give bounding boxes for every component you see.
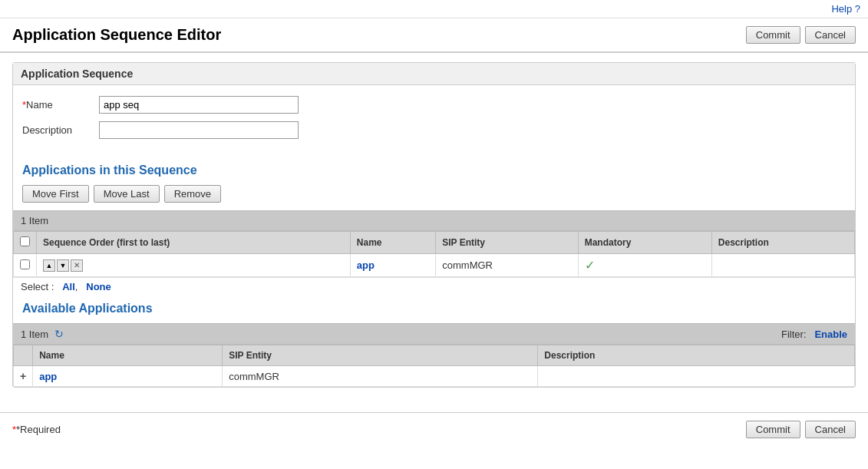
app-sequence-header: Application Sequence [13, 63, 855, 85]
header-mandatory: Mandatory [578, 232, 711, 254]
description-label: Description [22, 124, 99, 136]
available-apps-subtitle: Available Applications [13, 302, 855, 315]
app-sequence-body: *Name Description [13, 85, 855, 157]
required-star-name: * [22, 99, 26, 111]
action-buttons: Move First Move Last Remove [13, 185, 855, 210]
top-bar: Help ? [0, 0, 868, 18]
commit-button-bottom[interactable]: Commit [746, 421, 800, 438]
avail-add-cell: + [14, 366, 33, 387]
row-description-cell [711, 254, 854, 277]
select-all-checkbox[interactable] [20, 236, 30, 246]
sequence-subtitle: Applications in this Sequence [13, 163, 855, 177]
refresh-icon[interactable]: ↻ [54, 328, 64, 340]
sequence-table: Sequence Order (first to last) Name SIP … [13, 231, 855, 277]
page-title: Application Sequence Editor [12, 26, 221, 44]
name-label: *Name [22, 99, 99, 111]
avail-header-row: Name SIP Entity Description [14, 345, 855, 366]
commit-button-top[interactable]: Commit [746, 26, 800, 44]
row-name-cell: app [350, 254, 435, 277]
filter-enable-link[interactable]: Enable [814, 329, 847, 340]
filter-bar: 1 Item ↻ Filter: Enable [13, 323, 855, 345]
row-sip-entity-cell: commMGR [436, 254, 578, 277]
move-last-button[interactable]: Move Last [94, 185, 160, 203]
page-header: Application Sequence Editor Commit Cance… [0, 18, 868, 53]
header-buttons: Commit Cancel [746, 26, 856, 44]
avail-name-link[interactable]: app [39, 371, 57, 382]
remove-button[interactable]: Remove [164, 185, 221, 203]
header-checkbox-cell [14, 232, 37, 254]
row-mandatory-cell: ✓ [578, 254, 711, 277]
available-table: Name SIP Entity Description + app commMG… [13, 345, 855, 387]
footer-buttons: Commit Cancel [746, 421, 856, 438]
help-link[interactable]: Help ? [831, 3, 860, 15]
avail-header-add [14, 345, 33, 366]
select-none-link[interactable]: None [86, 281, 111, 292]
avail-item-count: 1 Item ↻ [21, 328, 64, 340]
avail-desc-cell [538, 366, 855, 387]
order-controls: ▲ ▼ ✕ [43, 259, 344, 272]
header-sequence-order: Sequence Order (first to last) [37, 232, 351, 254]
avail-header-name: Name [33, 345, 223, 366]
filter-right: Filter: Enable [781, 329, 847, 340]
header-description: Description [711, 232, 854, 254]
add-row-icon[interactable]: + [20, 370, 26, 382]
description-row: Description [22, 121, 846, 139]
avail-header-desc: Description [538, 345, 855, 366]
mandatory-check: ✓ [585, 259, 595, 272]
app-sequence-box: Application Sequence *Name Description A… [12, 62, 856, 388]
avail-header-sip: SIP Entity [223, 345, 538, 366]
table-row: ▲ ▼ ✕ app commMGR ✓ [14, 254, 855, 277]
select-label: Select : [21, 281, 54, 292]
select-all-link[interactable]: All [62, 281, 75, 292]
sequence-table-header-row: Sequence Order (first to last) Name SIP … [14, 232, 855, 254]
cancel-button-top[interactable]: Cancel [805, 26, 856, 44]
avail-sip-cell: commMGR [223, 366, 538, 387]
description-input[interactable] [99, 121, 299, 139]
name-row: *Name [22, 96, 846, 114]
footer-bar: **Required Commit Cancel [0, 412, 868, 446]
avail-table-wrapper: Name SIP Entity Description + app commMG… [13, 345, 855, 387]
move-down-button[interactable]: ▼ [57, 259, 69, 272]
row-name-link[interactable]: app [357, 259, 375, 271]
name-input[interactable] [99, 96, 299, 114]
row-checkbox-cell [14, 254, 37, 277]
move-first-button[interactable]: Move First [22, 185, 89, 203]
header-name: Name [350, 232, 435, 254]
move-up-button[interactable]: ▲ [43, 259, 55, 272]
sequence-items-header: 1 Item [13, 210, 855, 231]
select-row: Select : All, None [13, 277, 855, 296]
required-note: **Required [12, 424, 61, 435]
row-order-controls: ▲ ▼ ✕ [37, 254, 351, 277]
avail-name-cell: app [33, 366, 223, 387]
row-checkbox[interactable] [20, 259, 30, 269]
main-content: Application Sequence *Name Description A… [0, 53, 868, 409]
row-remove-button[interactable]: ✕ [71, 259, 83, 272]
header-sip-entity: SIP Entity [436, 232, 578, 254]
filter-label: Filter: [781, 329, 807, 340]
cancel-button-bottom[interactable]: Cancel [805, 421, 856, 438]
avail-table-row: + app commMGR [14, 366, 855, 387]
